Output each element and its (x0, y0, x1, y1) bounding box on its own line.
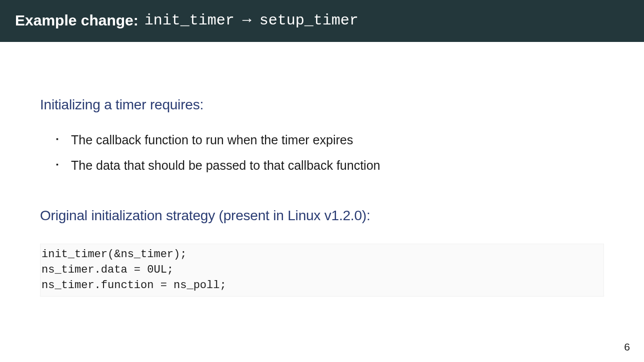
bullet-item: The data that should be passed to that c… (56, 158, 604, 173)
slide-header: Example change: init_timer → setup_timer (0, 0, 644, 42)
section1-title: Initializing a timer requires: (40, 97, 604, 113)
section2-title: Original initialization strategy (presen… (40, 208, 604, 224)
slide-content: Initializing a timer requires: The callb… (0, 42, 644, 297)
header-code-from: init_timer (144, 12, 234, 29)
header-arrow: → (242, 12, 252, 29)
bullet-item: The callback function to run when the ti… (56, 133, 604, 147)
header-code-to: setup_timer (260, 12, 358, 29)
page-number: 6 (624, 341, 630, 353)
bullet-list: The callback function to run when the ti… (56, 133, 604, 173)
code-block: init_timer(&ns_timer); ns_timer.data = 0… (40, 244, 604, 297)
header-prefix: Example change: (15, 12, 138, 29)
